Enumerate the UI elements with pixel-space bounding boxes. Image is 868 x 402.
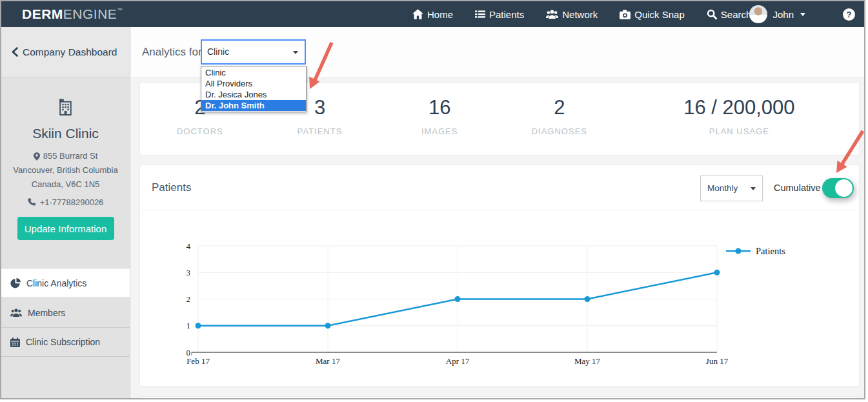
analytics-for-label: Analytics for: [142, 46, 202, 59]
svg-text:May 17: May 17: [574, 356, 601, 366]
period-select-value: Monthly: [707, 183, 738, 193]
stat-label: IMAGES: [379, 126, 500, 136]
nav-right-group: John ?: [749, 1, 855, 27]
map-pin-icon: [34, 152, 40, 161]
stat-label: DOCTORS: [140, 126, 260, 136]
toggle-knob: [835, 179, 853, 197]
stat-value: 16 / 200,000: [620, 96, 859, 119]
sidebar-item-clinic-analytics[interactable]: Clinic Analytics: [1, 268, 130, 297]
back-link-label: Company Dashboard: [23, 46, 117, 58]
phone-icon: [28, 198, 36, 206]
address-line-3: Canada, V6C 1N5: [1, 177, 130, 192]
sidebar-item-label: Clinic Subscription: [26, 337, 100, 347]
svg-text:3: 3: [187, 268, 191, 277]
stat-label: PATIENTS: [260, 126, 380, 136]
svg-text:Patients: Patients: [756, 246, 785, 256]
address-line-2: Vancouver, British Columbia: [1, 163, 130, 177]
stat-value: 16: [379, 96, 500, 119]
option-dr-jesica-jones[interactable]: Dr. Jesica Jones: [201, 89, 306, 100]
svg-text:1: 1: [187, 321, 191, 330]
svg-text:4: 4: [187, 241, 191, 251]
update-information-button[interactable]: Update Information: [17, 217, 114, 240]
svg-text:2: 2: [187, 294, 191, 304]
patients-list-icon: [475, 10, 485, 19]
period-select[interactable]: Monthly: [700, 176, 763, 201]
svg-text:Jun 17: Jun 17: [706, 356, 729, 366]
camera-icon: [620, 10, 631, 19]
analytics-select-open-list: Clinic All Providers Dr. Jesica Jones Dr…: [201, 66, 307, 112]
option-all-providers[interactable]: All Providers: [201, 78, 306, 89]
patients-panel-header: Patients Monthly Cumulative: [140, 165, 859, 210]
option-dr-john-smith[interactable]: Dr. John Smith: [201, 100, 306, 111]
help-button[interactable]: ?: [843, 8, 855, 21]
nav-item-search[interactable]: Search: [707, 9, 752, 20]
user-avatar: [749, 5, 767, 23]
phone-number: +1-77788290026: [40, 197, 104, 207]
option-clinic[interactable]: Clinic: [201, 67, 306, 78]
address-line-1: 855 Burrard St: [43, 149, 98, 163]
clinic-name: Skiin Clinic: [1, 126, 130, 141]
network-icon: [546, 10, 558, 19]
stat-plan-usage: 16 / 200,000 PLAN USAGE: [620, 83, 859, 155]
calendar-icon: [10, 337, 20, 347]
nav-item-network[interactable]: Network: [546, 9, 598, 20]
sidebar-item-members[interactable]: Members: [1, 297, 130, 327]
members-icon: [10, 308, 22, 317]
stat-diagnoses: 2 DIAGNOSES: [500, 83, 620, 155]
svg-text:Apr 17: Apr 17: [446, 356, 470, 366]
nav-item-label: Quick Snap: [634, 9, 685, 20]
clinic-phone: +1-77788290026: [1, 197, 130, 207]
brand-logo[interactable]: DERMENGINE™: [22, 1, 123, 27]
svg-text:Feb 17: Feb 17: [187, 356, 210, 366]
analytics-for-select[interactable]: Clinic: [201, 39, 306, 65]
user-name: John: [772, 9, 794, 20]
nav-item-patients[interactable]: Patients: [475, 9, 524, 20]
sidebar: Company Dashboard Skiin Clinic 855 Burra…: [1, 27, 130, 399]
stat-value: 2: [500, 96, 620, 119]
patients-panel-title: Patients: [152, 181, 191, 194]
app-window: DERMENGINE™ Home Patients Network: [0, 0, 865, 399]
main-content: Analytics for Clinic Clinic All Provider…: [131, 27, 864, 398]
question-icon: ?: [847, 10, 852, 19]
clinic-address: 855 Burrard St Vancouver, British Columb…: [1, 149, 130, 192]
nav-item-label: Network: [562, 9, 598, 20]
nav-menu: Home Patients Network Quick Snap: [412, 1, 751, 27]
pie-chart-icon: [10, 278, 21, 288]
clinic-info-card: Skiin Clinic 855 Burrard St Vancouver, B…: [1, 77, 130, 240]
brand-bold: DERM: [22, 6, 63, 22]
top-navbar: DERMENGINE™ Home Patients Network: [1, 1, 864, 27]
user-menu[interactable]: John: [749, 5, 805, 23]
patients-chart-area: 01234Feb 17Mar 17Apr 17May 17Jun 17Patie…: [140, 226, 860, 381]
nav-item-quick-snap[interactable]: Quick Snap: [620, 9, 685, 20]
analytics-select-value: Clinic: [207, 46, 229, 57]
select-caret-icon: [293, 51, 298, 54]
stat-label: PLAN USAGE: [620, 126, 859, 136]
nav-item-label: Home: [427, 9, 453, 20]
select-caret-icon: [751, 187, 756, 190]
cumulative-label: Cumulative: [774, 183, 821, 193]
back-to-company-dashboard[interactable]: Company Dashboard: [1, 27, 130, 77]
next-panel-partial: [139, 396, 860, 399]
nav-item-label: Patients: [489, 9, 524, 20]
nav-item-home[interactable]: Home: [412, 9, 453, 20]
svg-text:Mar 17: Mar 17: [316, 356, 340, 366]
chevron-down-icon: [800, 13, 805, 16]
sidebar-item-label: Clinic Analytics: [26, 278, 86, 288]
home-icon: [412, 9, 423, 19]
brand-light: ENGINE: [63, 6, 117, 22]
nav-item-label: Search: [721, 9, 752, 20]
sidebar-item-label: Members: [28, 308, 65, 318]
sidebar-item-clinic-subscription[interactable]: Clinic Subscription: [1, 327, 130, 357]
chevron-left-icon: [12, 47, 18, 57]
patients-line-chart: 01234Feb 17Mar 17Apr 17May 17Jun 17Patie…: [140, 226, 860, 381]
stat-images: 16 IMAGES: [379, 83, 500, 155]
stat-label: DIAGNOSES: [500, 126, 620, 136]
brand-trademark: ™: [117, 7, 123, 13]
sidebar-menu: Clinic Analytics Members Clinic Subscrip…: [1, 268, 130, 357]
patients-chart-panel: Patients Monthly Cumulative 01234Feb 17M…: [139, 165, 860, 387]
cumulative-toggle[interactable]: [822, 178, 854, 198]
search-icon: [707, 9, 717, 19]
hospital-building-icon: [57, 98, 74, 116]
